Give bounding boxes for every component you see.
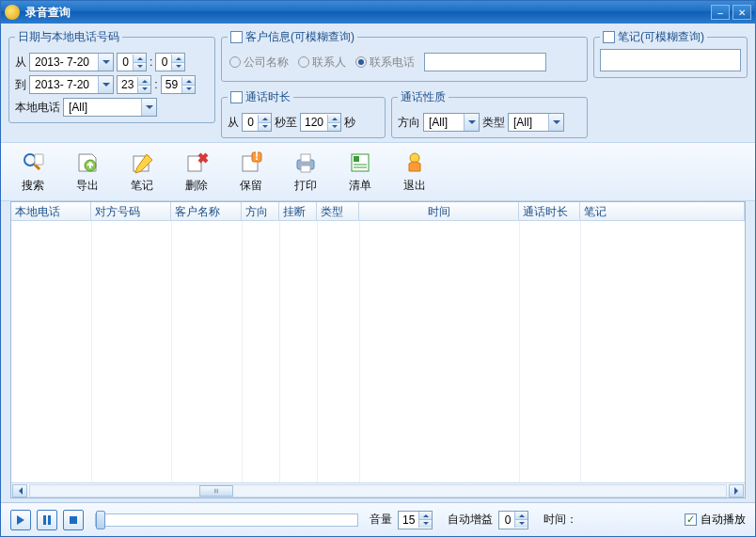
duration-to-spinner[interactable]: 120 xyxy=(300,113,341,132)
pause-button[interactable] xyxy=(37,510,57,530)
col-customer-name[interactable]: 客户名称 xyxy=(171,202,242,220)
nature-legend: 通话性质 xyxy=(398,89,449,105)
scroll-right-button[interactable] xyxy=(729,484,744,498)
scroll-track[interactable] xyxy=(29,484,727,498)
volume-spinner[interactable]: 15 xyxy=(398,511,433,529)
notes-icon xyxy=(129,150,155,176)
chevron-down-icon[interactable] xyxy=(98,54,113,71)
list-button[interactable]: 清单 xyxy=(336,147,385,197)
svg-rect-18 xyxy=(48,515,51,525)
col-time[interactable]: 时间 xyxy=(359,202,519,220)
seek-slider[interactable] xyxy=(95,513,358,527)
notes-enable-checkbox[interactable] xyxy=(603,31,615,43)
scroll-thumb[interactable] xyxy=(199,485,233,497)
col-hangup[interactable]: 挂断 xyxy=(279,202,317,220)
notes-button[interactable]: 笔记 xyxy=(118,147,166,197)
notes-search-input[interactable] xyxy=(600,49,741,71)
radio-company[interactable]: 公司名称 xyxy=(229,55,289,71)
svg-rect-13 xyxy=(354,156,359,162)
col-notes[interactable]: 笔记 xyxy=(580,202,745,220)
svg-rect-11 xyxy=(301,166,310,172)
chevron-down-icon[interactable] xyxy=(141,99,156,116)
duration-group: 通话时长 从 0 秒至 120 秒 xyxy=(221,89,386,138)
local-phone-label: 本地电话 xyxy=(15,100,60,116)
keep-icon: ! xyxy=(238,150,264,176)
duration-from-spinner[interactable]: 0 xyxy=(242,113,272,132)
play-button[interactable] xyxy=(10,510,31,530)
chevron-down-icon[interactable] xyxy=(548,114,563,131)
keep-button[interactable]: !保留 xyxy=(227,147,276,197)
col-direction[interactable]: 方向 xyxy=(242,202,279,220)
exit-icon xyxy=(402,150,428,176)
customer-legend[interactable]: 客户信息(可模糊查询) xyxy=(228,29,357,45)
window: 录音查询 – ✕ 日期与本地电话号码 从 2013- 7-20 0 : 0 到 … xyxy=(0,0,756,537)
local-phone-combo[interactable]: [All] xyxy=(63,98,157,117)
date-to-picker[interactable]: 2013- 7-20 xyxy=(29,75,114,94)
col-local-phone[interactable]: 本地电话 xyxy=(11,202,91,220)
col-remote-number[interactable]: 对方号码 xyxy=(91,202,171,220)
window-title: 录音查询 xyxy=(25,5,708,21)
duration-legend[interactable]: 通话时长 xyxy=(228,89,293,105)
svg-rect-2 xyxy=(35,154,43,165)
nature-group: 通话性质 方向 [All] 类型 [All] xyxy=(391,89,588,138)
customer-search-input[interactable] xyxy=(424,53,546,71)
close-button[interactable]: ✕ xyxy=(732,5,751,20)
customer-enable-checkbox[interactable] xyxy=(230,31,243,43)
search-button[interactable]: 搜索 xyxy=(8,147,57,197)
titlebar: 录音查询 – ✕ xyxy=(1,1,755,24)
export-button[interactable]: 导出 xyxy=(63,147,112,197)
minimize-button[interactable]: – xyxy=(711,5,730,20)
autogain-spinner[interactable]: 0 xyxy=(498,511,528,529)
date-from-picker[interactable]: 2013- 7-20 xyxy=(29,53,114,71)
stop-button[interactable] xyxy=(63,510,84,530)
horizontal-scrollbar[interactable] xyxy=(11,482,745,498)
svg-rect-5 xyxy=(188,156,201,171)
grid-header: 本地电话 对方号码 客户名称 方向 挂断 类型 时间 通话时长 笔记 xyxy=(11,202,745,221)
scroll-left-button[interactable] xyxy=(12,484,27,498)
col-type[interactable]: 类型 xyxy=(317,202,359,220)
notes-group: 笔记(可模糊查询) xyxy=(593,29,748,78)
app-icon xyxy=(5,5,20,20)
date-phone-group: 日期与本地电话号码 从 2013- 7-20 0 : 0 到 2013- 7-2… xyxy=(8,29,215,123)
filter-panel: 日期与本地电话号码 从 2013- 7-20 0 : 0 到 2013- 7-2… xyxy=(1,24,755,142)
to-label: 到 xyxy=(15,77,26,93)
min-to-spinner[interactable]: 59 xyxy=(161,75,196,94)
results-grid: 本地电话 对方号码 客户名称 方向 挂断 类型 时间 通话时长 笔记 xyxy=(10,201,746,498)
print-icon xyxy=(292,150,319,176)
hour-from-spinner[interactable]: 0 xyxy=(117,53,147,71)
svg-rect-19 xyxy=(70,516,77,524)
delete-icon xyxy=(183,150,210,176)
chevron-down-icon[interactable] xyxy=(98,76,113,93)
player-bar: 音量 15 自动增益 0 时间： 自动播放 xyxy=(1,502,755,536)
from-label: 从 xyxy=(15,55,26,71)
date-phone-legend: 日期与本地电话号码 xyxy=(15,29,122,45)
svg-text:!: ! xyxy=(255,150,259,163)
direction-combo[interactable]: [All] xyxy=(423,113,480,132)
min-from-spinner[interactable]: 0 xyxy=(155,53,185,71)
type-combo[interactable]: [All] xyxy=(508,113,564,132)
seek-thumb[interactable] xyxy=(96,511,105,529)
radio-contact[interactable]: 联系人 xyxy=(298,55,346,71)
list-icon xyxy=(347,150,373,176)
radio-phone[interactable]: 联系电话 xyxy=(355,55,415,71)
chevron-down-icon[interactable] xyxy=(464,114,479,131)
print-button[interactable]: 打印 xyxy=(281,147,330,197)
duration-enable-checkbox[interactable] xyxy=(230,91,243,103)
grid-body[interactable] xyxy=(11,221,745,482)
time-label: 时间： xyxy=(543,512,577,528)
search-icon xyxy=(20,150,46,176)
autoplay-checkbox[interactable]: 自动播放 xyxy=(685,512,746,528)
hour-to-spinner[interactable]: 23 xyxy=(117,75,151,94)
volume-label: 音量 xyxy=(370,512,392,528)
col-duration[interactable]: 通话时长 xyxy=(519,202,580,220)
exit-button[interactable]: 退出 xyxy=(390,147,439,197)
toolbar: 搜索 导出 笔记 删除 !保留 打印 清单 退出 xyxy=(1,142,755,201)
delete-button[interactable]: 删除 xyxy=(172,147,221,197)
customer-group: 客户信息(可模糊查询) 公司名称 联系人 联系电话 xyxy=(221,29,588,82)
notes-legend[interactable]: 笔记(可模糊查询) xyxy=(600,29,707,45)
svg-rect-10 xyxy=(301,154,310,162)
export-icon xyxy=(74,150,101,176)
svg-rect-17 xyxy=(43,515,46,525)
autogain-label: 自动增益 xyxy=(448,512,493,528)
